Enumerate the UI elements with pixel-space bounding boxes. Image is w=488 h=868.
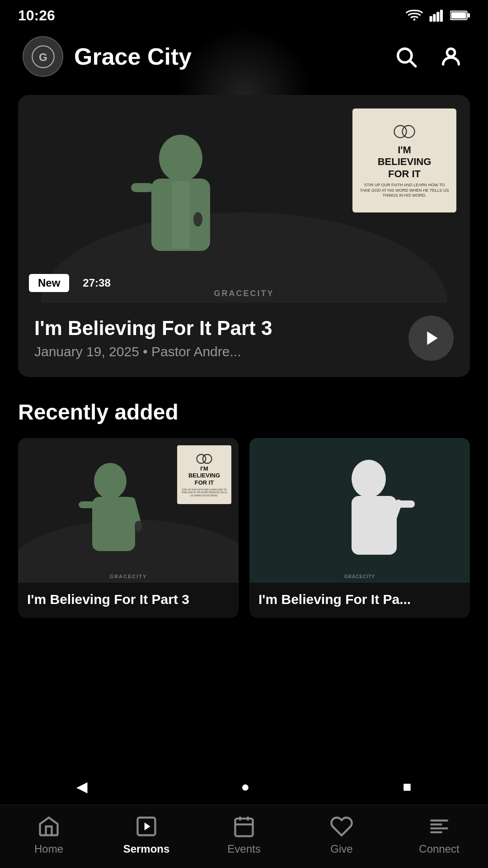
recent-watermark-1: GRACECITY bbox=[110, 574, 147, 579]
svg-rect-28 bbox=[92, 497, 135, 551]
events-nav-icon bbox=[231, 814, 257, 839]
new-badge: New bbox=[29, 274, 69, 292]
watermark: GRACECITY bbox=[214, 289, 274, 298]
svg-rect-6 bbox=[468, 13, 470, 17]
duration-badge: 27:38 bbox=[75, 274, 118, 292]
svg-line-11 bbox=[410, 61, 416, 66]
give-nav-label: Give bbox=[330, 843, 352, 855]
sermons-nav-label: Sermons bbox=[123, 843, 170, 855]
recently-added-title: Recently added bbox=[0, 377, 488, 438]
status-time: 10:26 bbox=[18, 7, 55, 24]
wifi-icon bbox=[406, 9, 423, 22]
featured-text: I'm Believing For It Part 3 January 19, … bbox=[34, 317, 272, 359]
badges: New 27:38 bbox=[29, 274, 119, 292]
recent-series-logo-1 bbox=[194, 453, 214, 465]
series-logo bbox=[391, 123, 418, 141]
profile-button[interactable] bbox=[436, 42, 465, 71]
recent-card-2[interactable]: GRACECITY I'm Believing For It Pa... bbox=[249, 438, 470, 618]
android-nav: ◀ ● ■ bbox=[0, 769, 488, 805]
home-nav-icon bbox=[36, 814, 61, 839]
events-icon bbox=[232, 815, 256, 838]
sermons-icon bbox=[135, 815, 158, 838]
svg-marker-20 bbox=[140, 251, 221, 303]
play-icon bbox=[423, 329, 441, 347]
svg-rect-21 bbox=[172, 181, 190, 249]
app-title: Grace City bbox=[74, 43, 192, 70]
svg-rect-7 bbox=[451, 12, 466, 19]
svg-rect-2 bbox=[433, 14, 436, 22]
status-icons bbox=[406, 9, 470, 22]
series-title: I'M BELIEVING FOR IT bbox=[378, 144, 432, 180]
status-bar: 10:26 bbox=[0, 0, 488, 27]
svg-point-19 bbox=[193, 212, 202, 226]
recent-watermark-2: GRACECITY bbox=[344, 574, 375, 579]
svg-rect-4 bbox=[440, 10, 443, 22]
recent-grid: I'M BELIEVING FOR IT STIR UP OUR FAITH A… bbox=[0, 438, 488, 618]
recent-button[interactable]: ■ bbox=[403, 778, 411, 795]
svg-point-31 bbox=[135, 521, 142, 532]
recent-title-1: I'm Believing For It Part 3 bbox=[18, 583, 239, 618]
connect-icon bbox=[427, 815, 451, 838]
recent-series-overlay-1: I'M BELIEVING FOR IT STIR UP OUR FAITH A… bbox=[177, 445, 231, 504]
svg-marker-43 bbox=[145, 822, 150, 830]
bottom-nav: Home Sermons Events Give bbox=[0, 805, 488, 868]
svg-rect-39 bbox=[352, 496, 397, 555]
svg-point-38 bbox=[352, 460, 386, 498]
featured-sermon-card[interactable]: I'M BELIEVING FOR IT STIR UP OUR FAITH A… bbox=[18, 95, 470, 377]
recent-thumbnail-2: GRACECITY bbox=[249, 438, 470, 583]
connect-nav-icon bbox=[427, 814, 452, 839]
series-overlay: I'M BELIEVING FOR IT STIR UP OUR FAITH A… bbox=[352, 108, 456, 212]
featured-pastor: Pastor Andre... bbox=[151, 344, 241, 359]
svg-text:G: G bbox=[39, 51, 47, 63]
home-nav-label: Home bbox=[34, 843, 63, 855]
header-left: G Grace City bbox=[23, 36, 192, 77]
featured-info: I'm Believing For It Part 3 January 19, … bbox=[18, 303, 470, 377]
header-right bbox=[391, 42, 465, 71]
recent-series-title-1: I'M BELIEVING FOR IT bbox=[188, 465, 220, 486]
nav-give[interactable]: Give bbox=[293, 814, 390, 855]
nav-sermons[interactable]: Sermons bbox=[98, 814, 195, 855]
signal-icon bbox=[429, 9, 444, 22]
connect-nav-label: Connect bbox=[419, 843, 459, 855]
battery-icon bbox=[450, 10, 470, 21]
svg-rect-3 bbox=[436, 12, 439, 22]
search-icon bbox=[394, 45, 418, 68]
nav-home[interactable]: Home bbox=[0, 814, 98, 855]
svg-rect-1 bbox=[429, 16, 432, 22]
home-icon bbox=[37, 815, 61, 838]
recent-scene-2 bbox=[249, 438, 470, 583]
nav-events[interactable]: Events bbox=[195, 814, 293, 855]
recent-series-subtitle-1: STIR UP OUR FAITH AND LEARN HOW TO TAKE … bbox=[181, 488, 228, 497]
profile-icon bbox=[439, 45, 463, 68]
logo-icon: G bbox=[31, 44, 56, 69]
search-button[interactable] bbox=[391, 42, 420, 71]
back-button[interactable]: ◀ bbox=[76, 778, 88, 795]
svg-marker-24 bbox=[427, 331, 437, 345]
featured-meta: January 19, 2025 • Pastor Andre... bbox=[34, 344, 272, 359]
svg-point-23 bbox=[403, 125, 415, 137]
svg-point-15 bbox=[159, 135, 202, 182]
app-logo[interactable]: G bbox=[23, 36, 63, 77]
svg-rect-29 bbox=[79, 501, 95, 508]
featured-title: I'm Believing For It Part 3 bbox=[34, 317, 272, 340]
play-button[interactable] bbox=[408, 316, 454, 361]
svg-rect-17 bbox=[131, 183, 154, 192]
svg-point-34 bbox=[203, 454, 212, 463]
nav-connect[interactable]: Connect bbox=[390, 814, 488, 855]
sermons-nav-icon bbox=[134, 814, 159, 839]
svg-rect-44 bbox=[235, 818, 253, 836]
svg-point-12 bbox=[447, 49, 455, 57]
recent-card-1[interactable]: I'M BELIEVING FOR IT STIR UP OUR FAITH A… bbox=[18, 438, 239, 618]
series-subtitle: STIR UP OUR FAITH AND LEARN HOW TO TAKE … bbox=[360, 183, 449, 198]
events-nav-label: Events bbox=[227, 843, 260, 855]
svg-point-0 bbox=[413, 19, 416, 21]
give-icon bbox=[330, 815, 353, 838]
recent-thumbnail-1: I'M BELIEVING FOR IT STIR UP OUR FAITH A… bbox=[18, 438, 239, 583]
featured-thumbnail: I'M BELIEVING FOR IT STIR UP OUR FAITH A… bbox=[18, 95, 470, 303]
svg-point-27 bbox=[94, 463, 127, 499]
recent-title-2: I'm Believing For It Pa... bbox=[249, 583, 470, 618]
give-nav-icon bbox=[329, 814, 354, 839]
featured-date: January 19, 2025 bbox=[34, 344, 139, 359]
home-button[interactable]: ● bbox=[241, 778, 249, 795]
